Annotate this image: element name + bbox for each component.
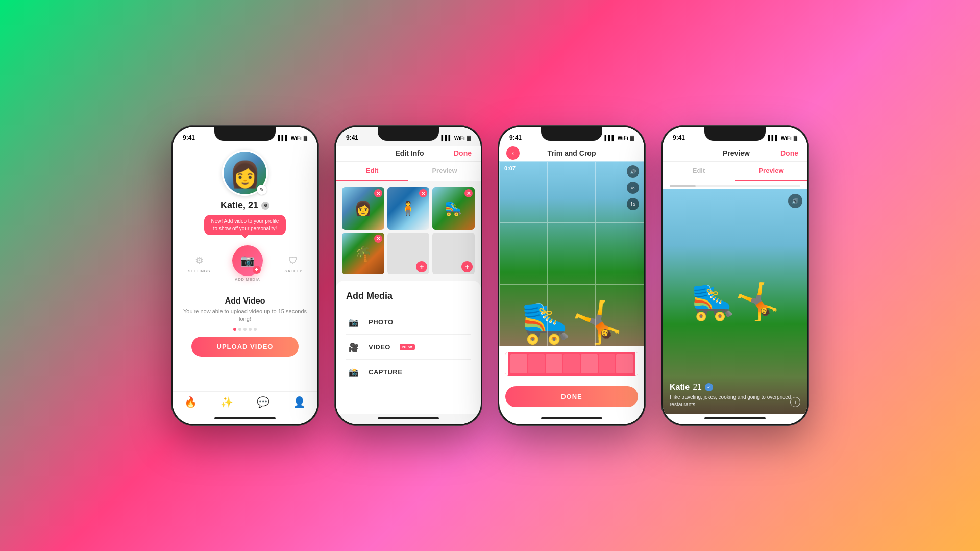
camera-icon: 📷 (240, 254, 255, 267)
volume-button-4[interactable]: 🔊 (788, 194, 802, 208)
add-media-button[interactable]: 📷 (232, 245, 263, 276)
tl-frame-6 (599, 354, 616, 373)
delete-badge-1[interactable]: ✕ (374, 189, 382, 197)
divider-1 (183, 290, 307, 290)
safety-action[interactable]: 🛡 SAFETY (284, 254, 302, 273)
edit-preview-tabs: Edit Preview (336, 162, 481, 181)
dot-2 (238, 328, 241, 331)
phone-1: 9:41 ▌▌▌ WiFi ▓ ✎ Katie, 21 ⚙ (171, 125, 319, 426)
video-preview-area: 🛼🤸 0:07 🔊 ∞ 1x (499, 161, 644, 346)
dot-4 (249, 328, 252, 331)
video-person-img: 🛼🤸 (499, 298, 644, 346)
upload-video-button[interactable]: UPLOAD VIDEO (191, 337, 299, 357)
tab-edit-4[interactable]: Edit (663, 162, 735, 181)
bottom-nav-1: 🔥 ✨ 💬 👤 (173, 391, 317, 414)
home-indicator-3 (499, 414, 644, 424)
add-badge-1[interactable]: + (416, 261, 427, 272)
add-video-desc: You're now able to upload video up to 15… (183, 308, 307, 323)
capture-label: CAPTURE (369, 368, 402, 376)
timeline-thumb[interactable] (508, 352, 635, 376)
nav-spark-icon[interactable]: ✨ (220, 396, 233, 408)
preview-bio: I like traveling, jokes, cooking and goi… (670, 394, 800, 408)
wifi-icon-2: WiFi (454, 135, 465, 141)
preview-header: Preview Done (663, 146, 807, 162)
media-option-capture[interactable]: 📸 CAPTURE (346, 360, 471, 384)
phone-3: 9:41 ▌▌▌ WiFi ▓ ‹ Trim and Crop 🛼🤸 (498, 125, 646, 426)
photo-cell-2[interactable]: 🧍 ✕ (387, 187, 430, 230)
add-media-action[interactable]: 📷 ADD MEDIA (232, 245, 263, 282)
home-indicator-4 (663, 414, 807, 424)
done-button-4[interactable]: Done (780, 149, 798, 157)
phone1-content: ✎ Katie, 21 ⚙ New! Add video to your pro… (173, 146, 317, 391)
home-indicator-2 (336, 414, 481, 424)
back-button[interactable]: ‹ (506, 146, 520, 160)
preview-name-row: Katie 21 ✓ (670, 383, 800, 392)
video-timer: 0:07 (504, 165, 516, 171)
nav-fire-icon[interactable]: 🔥 (184, 396, 197, 408)
media-option-video[interactable]: 🎥 VIDEO NEW (346, 335, 471, 360)
phones-container: 9:41 ▌▌▌ WiFi ▓ ✎ Katie, 21 ⚙ (0, 0, 980, 551)
home-bar-1 (214, 417, 276, 419)
signal-icon-1: ▌▌▌ (278, 135, 288, 141)
photo-cell-4[interactable]: 🌴 ✕ (342, 233, 384, 275)
action-row: ⚙ SETTINGS 📷 ADD MEDIA 🛡 SAFETY (183, 245, 307, 282)
preview-video-area: 🛼🤸 🔊 Katie 21 ✓ I like traveling, jokes,… (663, 189, 807, 414)
notch-1 (214, 127, 276, 141)
tab-preview[interactable]: Preview (408, 162, 481, 181)
battery-icon-1: ▓ (304, 135, 307, 141)
nav-chat-icon[interactable]: 💬 (257, 396, 270, 408)
tab-preview-4[interactable]: Preview (735, 162, 807, 181)
verified-icon-4: ✓ (705, 383, 713, 391)
photo-cell-3[interactable]: 🛼 ✕ (432, 187, 475, 230)
tab-edit[interactable]: Edit (336, 162, 408, 181)
wifi-icon-4: WiFi (781, 135, 792, 141)
trim-title: Trim and Crop (548, 149, 596, 157)
nav-profile-icon[interactable]: 👤 (293, 396, 306, 408)
time-3: 9:41 (509, 134, 522, 141)
add-media-sheet: Add Media 📷 PHOTO 🎥 VIDEO NEW 📸 CAPTURE (336, 281, 481, 414)
video-bg: 🛼🤸 (499, 161, 644, 346)
done-button-2[interactable]: Done (454, 149, 472, 157)
battery-icon-3: ▓ (630, 135, 634, 141)
add-badge-2[interactable]: + (461, 261, 473, 272)
time-1: 9:41 (183, 134, 195, 141)
notch-3 (541, 127, 602, 141)
photo-cell-add-2[interactable]: + (432, 233, 475, 275)
progress-track (670, 185, 800, 187)
media-option-photo[interactable]: 📷 PHOTO (346, 310, 471, 335)
status-icons-3: ▌▌▌ WiFi ▓ (604, 135, 634, 141)
info-button[interactable]: i (790, 397, 800, 407)
timeline-handle-right[interactable] (635, 352, 638, 376)
capture-icon: 📸 (346, 366, 361, 378)
photo-cell-add-1[interactable]: + (387, 233, 430, 275)
time-2: 9:41 (346, 134, 358, 141)
new-badge: NEW (400, 344, 415, 350)
shield-icon: 🛡 (286, 254, 301, 268)
photo-icon: 📷 (346, 316, 361, 328)
settings-action[interactable]: ⚙ SETTINGS (188, 254, 210, 273)
photo-label: PHOTO (369, 318, 394, 326)
profile-name: Katie, 21 ⚙ (220, 200, 270, 211)
battery-icon-2: ▓ (467, 135, 471, 141)
home-bar-2 (378, 417, 439, 419)
edit-avatar-icon[interactable]: ✎ (257, 185, 267, 195)
dot-3 (243, 328, 247, 331)
video-label: VIDEO (369, 343, 390, 351)
speed-button[interactable]: 1x (627, 198, 639, 210)
timeline-strip[interactable] (505, 352, 638, 376)
timeline-area (499, 346, 644, 381)
phone-4: 9:41 ▌▌▌ WiFi ▓ Preview Done Edit Previe… (661, 125, 809, 426)
progress-fill (670, 185, 696, 187)
tl-frame-2 (528, 354, 545, 373)
photo-cell-1[interactable]: 👩 ✕ (342, 187, 384, 230)
volume-button-3[interactable]: 🔊 (627, 165, 639, 178)
home-bar-3 (541, 417, 602, 419)
phone-2: 9:41 ▌▌▌ WiFi ▓ Edit Info Done Edit Prev… (334, 125, 482, 426)
signal-icon-2: ▌▌▌ (441, 135, 452, 141)
delete-badge-4[interactable]: ✕ (374, 235, 382, 243)
wifi-icon-1: WiFi (291, 135, 302, 141)
done-button-3[interactable]: DONE (505, 386, 638, 407)
dot-5 (254, 328, 257, 331)
delete-badge-3[interactable]: ✕ (464, 189, 473, 197)
loop-button[interactable]: ∞ (627, 182, 639, 194)
